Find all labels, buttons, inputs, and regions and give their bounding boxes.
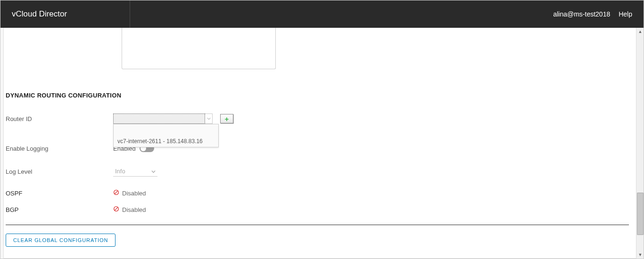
- disabled-icon: [113, 189, 119, 197]
- log-level-label: Log Level: [6, 168, 113, 175]
- router-id-row: Router ID vc7-internet-2611 - 185.148.83…: [6, 113, 641, 124]
- header-right: alina@ms-test2018 Help: [553, 10, 632, 18]
- ospf-label: OSPF: [6, 190, 113, 197]
- plus-icon: +: [225, 115, 229, 122]
- bgp-status-text: Disabled: [122, 206, 146, 213]
- scroll-down-arrow[interactable]: ▼: [636, 251, 644, 259]
- router-id-label: Router ID: [6, 115, 113, 122]
- help-link[interactable]: Help: [619, 10, 632, 18]
- content-panel: DYNAMIC ROUTING CONFIGURATION Router ID …: [3, 28, 640, 259]
- bgp-status: Disabled: [113, 205, 146, 214]
- log-level-value: Info: [115, 168, 125, 175]
- ospf-row: OSPF Disabled: [6, 189, 641, 197]
- scrollbar-thumb[interactable]: [637, 193, 644, 235]
- content-wrapper: DYNAMIC ROUTING CONFIGURATION Router ID …: [0, 28, 644, 259]
- dropdown-option[interactable]: vc7-internet-2611 - 185.148.83.16: [114, 137, 218, 147]
- disabled-icon: [113, 205, 119, 214]
- chevron-down-icon: [207, 117, 211, 121]
- log-level-row: Log Level Info: [6, 166, 641, 177]
- router-id-add-button[interactable]: +: [220, 114, 233, 123]
- router-id-dropdown-panel: vc7-internet-2611 - 185.148.83.16: [113, 124, 219, 147]
- vertical-scrollbar[interactable]: ▲ ▼: [636, 28, 644, 259]
- header-divider: [130, 0, 130, 28]
- ospf-status: Disabled: [113, 189, 146, 197]
- section-heading: DYNAMIC ROUTING CONFIGURATION: [6, 92, 121, 99]
- router-id-dropdown[interactable]: vc7-internet-2611 - 185.148.83.16: [113, 113, 213, 124]
- clear-global-config-button[interactable]: CLEAR GLOBAL CONFIGURATION: [6, 234, 116, 247]
- bgp-label: BGP: [6, 206, 113, 213]
- router-id-caret[interactable]: [205, 113, 213, 124]
- scroll-up-arrow[interactable]: ▲: [636, 28, 644, 35]
- log-level-select[interactable]: Info: [113, 166, 157, 177]
- app-header: vCloud Director alina@ms-test2018 Help: [0, 0, 644, 28]
- prior-textarea[interactable]: [122, 28, 276, 69]
- svg-line-3: [115, 207, 118, 210]
- bgp-row: BGP Disabled: [6, 205, 641, 214]
- app-title: vCloud Director: [12, 9, 67, 19]
- router-id-input[interactable]: [113, 113, 205, 124]
- enable-logging-label: Enable Logging: [6, 145, 113, 152]
- ospf-status-text: Disabled: [122, 190, 146, 197]
- svg-line-1: [115, 191, 118, 194]
- enable-logging-row: Enable Logging Enabled: [6, 145, 641, 152]
- section-divider: [6, 225, 629, 225]
- user-menu-link[interactable]: alina@ms-test2018: [553, 10, 610, 18]
- chevron-down-icon: [151, 167, 156, 176]
- dropdown-blank-option[interactable]: [114, 124, 218, 137]
